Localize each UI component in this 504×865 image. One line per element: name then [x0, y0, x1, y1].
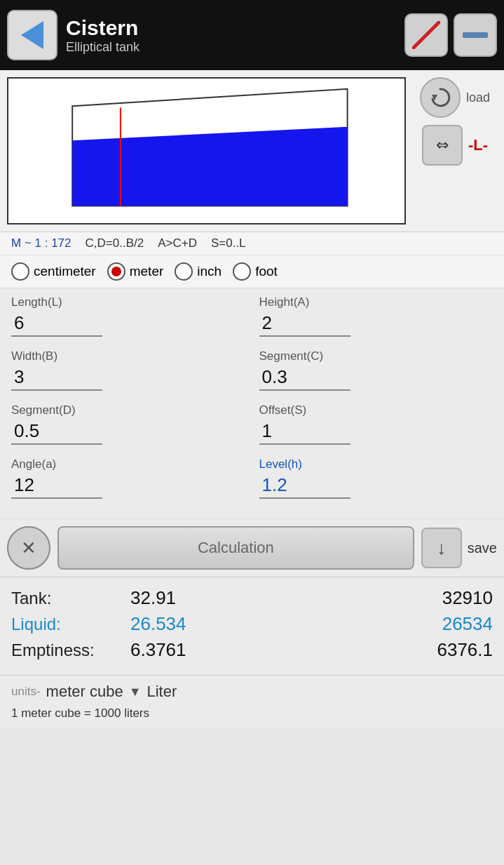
units-footer: units- meter cube ▼ Liter 1 meter cube =… — [0, 675, 504, 727]
unit-meter-label: meter — [130, 264, 164, 279]
save-button[interactable]: ↓ — [421, 528, 462, 568]
emptiness-result-label: Emptiness: — [11, 641, 123, 660]
height-label: Height(A) — [259, 295, 310, 309]
cd-info: C,D=0..B/2 — [86, 236, 144, 250]
angle-input[interactable] — [11, 473, 102, 499]
calculation-button[interactable]: Calculation — [57, 526, 414, 570]
radio-foot-outer — [233, 262, 251, 281]
header-title-block: Cistern Elliptical tank — [66, 16, 396, 55]
unit-centimeter-label: centimeter — [34, 264, 96, 279]
width-label: Width(B) — [11, 349, 57, 363]
diagonal-button[interactable] — [404, 13, 448, 57]
radio-inch-outer — [175, 262, 193, 281]
tank-result-row: Tank: 32.91 32910 — [11, 587, 493, 609]
length-input[interactable] — [11, 311, 102, 337]
emptiness-result-row: Emptiness: 6.3761 6376.1 — [11, 639, 493, 661]
load-label: load — [466, 90, 490, 105]
segment-c-input[interactable] — [259, 365, 350, 391]
unit-centimeter[interactable]: centimeter — [11, 262, 96, 281]
minus-icon — [463, 32, 488, 38]
radio-meter-outer — [107, 262, 125, 281]
conversion-note: 1 meter cube = 1000 liters — [11, 706, 493, 720]
input-row-4: Angle(a) Level(h) — [11, 457, 493, 499]
tank-result-val2: 32910 — [312, 587, 493, 609]
input-group-offset: Offset(S) — [259, 403, 493, 445]
length-label: Length(L) — [11, 295, 62, 309]
liquid-result-row: Liquid: 26.534 26534 — [11, 613, 493, 635]
segment-c-label: Segment(C) — [259, 349, 324, 363]
input-row-3: Segment(D) Offset(S) — [11, 403, 493, 445]
inputs-section: Length(L) Height(A) Width(B) Segment(C) … — [0, 288, 504, 518]
unit-inch-label: inch — [197, 264, 222, 279]
radio-meter-inner — [111, 267, 121, 276]
emptiness-result-val2: 6376.1 — [312, 639, 493, 661]
minus-button[interactable] — [454, 13, 497, 57]
unit-meter[interactable]: meter — [107, 262, 164, 281]
input-group-width: Width(B) — [11, 349, 245, 391]
app-subtitle: Elliptical tank — [66, 40, 396, 55]
input-group-segment-d: Segment(D) — [11, 403, 245, 445]
liquid-result-label: Liquid: — [11, 615, 123, 634]
segment-d-input[interactable] — [11, 419, 102, 445]
cancel-button[interactable]: ✕ — [7, 526, 50, 570]
input-row-1: Length(L) Height(A) — [11, 295, 493, 337]
tank-result-label: Tank: — [11, 589, 123, 608]
tank-result-val1: 32.91 — [123, 587, 312, 609]
input-group-height: Height(A) — [259, 295, 493, 337]
diagonal-line-icon — [412, 21, 440, 49]
tank-section: load ⇔ -L- — [0, 70, 504, 232]
results-section: Tank: 32.91 32910 Liquid: 26.534 26534 E… — [0, 577, 504, 675]
dropdown-arrow-icon[interactable]: ▼ — [129, 685, 142, 699]
width-input[interactable] — [11, 365, 102, 391]
tank-visual — [7, 77, 406, 224]
save-row: ↓ save — [421, 528, 497, 568]
scale-info: M ~ 1 : 172 C,D=0..B/2 A>C+D S=0..L — [0, 232, 504, 255]
header-buttons — [404, 13, 497, 57]
save-arrow-icon: ↓ — [437, 537, 446, 559]
units-liter-label: Liter — [147, 683, 177, 701]
input-group-segment-c: Segment(C) — [259, 349, 493, 391]
segment-d-label: Segment(D) — [11, 403, 76, 417]
input-group-length: Length(L) — [11, 295, 245, 337]
level-input[interactable] — [259, 473, 350, 499]
units-prefix-label: units- — [11, 685, 41, 699]
input-group-angle: Angle(a) — [11, 457, 245, 499]
offset-label: Offset(S) — [259, 403, 307, 417]
units-value-label: meter cube — [46, 683, 123, 701]
radio-centimeter-outer — [11, 262, 29, 281]
load-circle-icon — [420, 77, 461, 118]
cancel-icon: ✕ — [21, 537, 36, 559]
svg-marker-2 — [72, 127, 347, 206]
back-button[interactable] — [7, 10, 57, 60]
load-button[interactable]: load — [420, 77, 490, 118]
svg-line-0 — [414, 22, 439, 48]
offset-input[interactable] — [259, 419, 350, 445]
input-group-level: Level(h) — [259, 457, 493, 499]
acd-info: A>C+D — [158, 236, 197, 250]
liquid-result-val1: 26.534 — [123, 613, 312, 635]
tank-svg — [8, 79, 404, 223]
input-row-2: Width(B) Segment(C) — [11, 349, 493, 391]
L-label: -L- — [468, 136, 488, 154]
save-label: save — [468, 540, 497, 556]
unit-foot-label: foot — [255, 264, 278, 279]
app-header: Cistern Elliptical tank — [0, 0, 504, 70]
emptiness-result-val1: 6.3761 — [123, 639, 312, 661]
expand-box-icon: ⇔ — [422, 125, 463, 166]
app-title: Cistern — [66, 16, 396, 40]
calculation-label: Calculation — [198, 539, 274, 557]
height-input[interactable] — [259, 311, 350, 337]
expand-button[interactable]: ⇔ -L- — [422, 125, 488, 166]
back-arrow-icon — [21, 21, 43, 49]
unit-section: centimeter meter inch foot — [0, 255, 504, 288]
unit-foot[interactable]: foot — [233, 262, 278, 281]
level-label: Level(h) — [259, 457, 302, 471]
units-row: units- meter cube ▼ Liter — [11, 683, 493, 701]
tank-controls: load ⇔ -L- — [413, 77, 497, 166]
liquid-result-val2: 26534 — [312, 613, 493, 635]
expand-arrows-icon: ⇔ — [436, 136, 449, 154]
angle-label: Angle(a) — [11, 457, 56, 471]
s-info: S=0..L — [211, 236, 246, 250]
calc-row: ✕ Calculation ↓ save — [0, 518, 504, 577]
unit-inch[interactable]: inch — [175, 262, 222, 281]
